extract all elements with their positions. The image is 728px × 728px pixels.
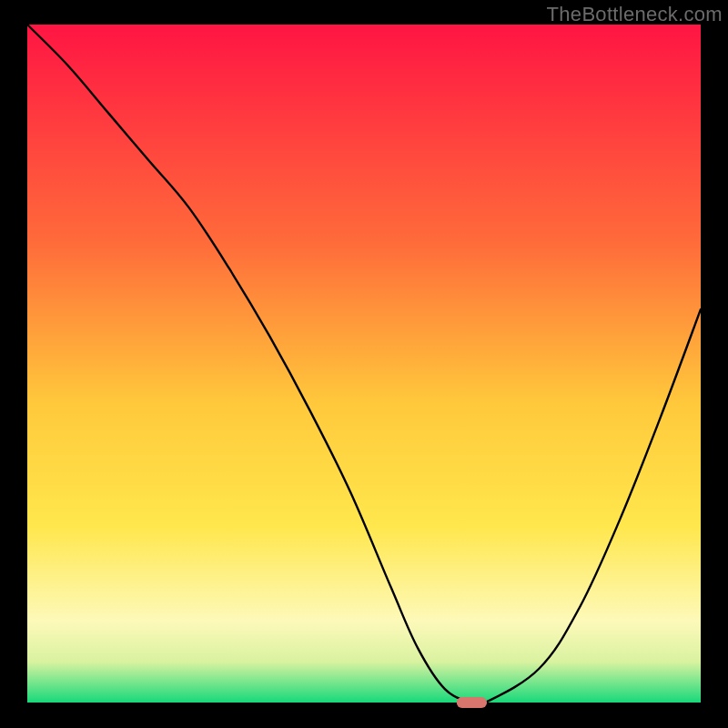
bottleneck-chart: TheBottleneck.com xyxy=(0,0,728,728)
watermark-label: TheBottleneck.com xyxy=(547,3,723,26)
gradient-plot-area xyxy=(27,25,701,703)
optimal-marker xyxy=(457,697,487,708)
chart-svg xyxy=(0,0,728,728)
